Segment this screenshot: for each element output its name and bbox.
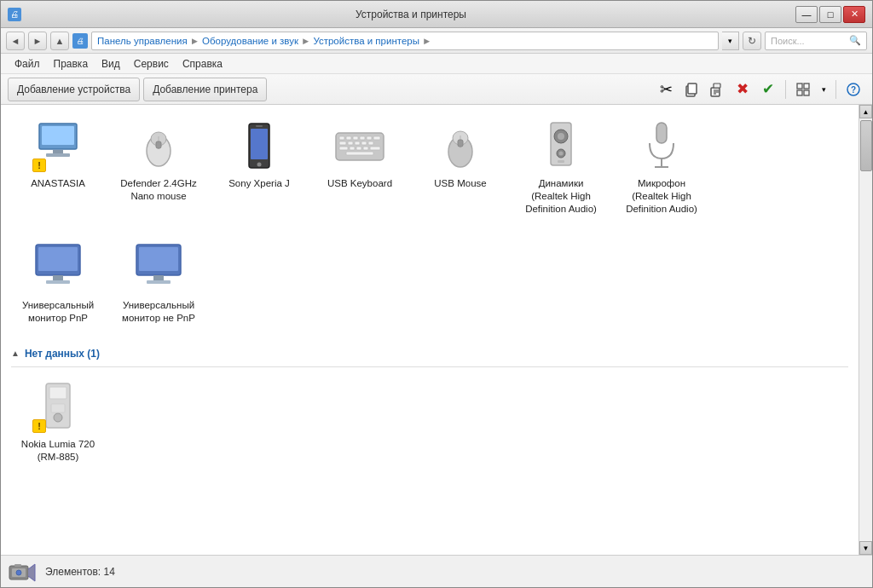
forward-button[interactable]: ► [28,32,47,50]
scroll-down-button[interactable]: ▼ [859,541,872,555]
properties-button[interactable]: ✔ [756,78,780,101]
menu-file[interactable]: Файл [8,55,47,72]
check-icon: ✔ [762,80,774,98]
status-items-count: Элементов: 14 [45,566,115,578]
svg-rect-42 [370,147,380,150]
svg-rect-72 [14,564,21,567]
svg-rect-37 [368,141,373,145]
svg-rect-43 [346,152,373,155]
svg-rect-32 [373,136,380,140]
list-view-icon [795,82,811,97]
view-dropdown[interactable]: ▾ [817,78,830,101]
add-device-label: Добавление устройства [17,84,130,95]
back-button[interactable]: ◄ [6,32,25,50]
refresh-button[interactable]: ↻ [743,32,761,50]
search-box[interactable]: Поиск... 🔍 [765,32,867,50]
svg-rect-8 [804,84,809,89]
svg-point-71 [16,570,21,575]
device-icon-defender [131,119,186,174]
cut-button[interactable]: ✂ [654,78,678,101]
device-label-nokia: Nokia Lumia 720(RM-885) [21,438,95,464]
svg-rect-34 [348,141,353,145]
path-control-panel[interactable]: Панель управления [97,36,188,46]
device-defender[interactable]: Defender 2.4GHzNano mouse [112,113,205,222]
device-icon-speakers [534,119,588,174]
device-label-usb-keyboard: USB Keyboard [327,177,392,190]
device-usb-keyboard[interactable]: USB Keyboard [313,113,407,222]
device-sony[interactable]: Sony Xperia J [212,113,306,222]
path-hardware-sound[interactable]: Оборудование и звук [202,36,298,46]
device-microphone[interactable]: Микрофон(Realtek HighDefinition Audio) [615,113,708,222]
svg-rect-31 [367,136,372,140]
device-icon-monitor-not-pnp [131,241,186,296]
svg-rect-38 [339,147,348,150]
svg-rect-62 [139,247,178,271]
svg-rect-16 [46,153,70,157]
minimize-button[interactable]: — [795,6,818,23]
scroll-up-button[interactable]: ▲ [859,105,872,118]
svg-rect-64 [147,280,171,284]
paste-button[interactable] [705,78,729,101]
svg-rect-7 [797,84,802,89]
device-icon-usb-keyboard [332,119,387,174]
menu-help[interactable]: Справка [176,55,229,72]
device-icon-usb-mouse [433,119,488,174]
menu-edit[interactable]: Правка [47,55,95,72]
add-printer-button[interactable]: Добавление принтера [143,78,267,101]
path-devices-printers[interactable]: Устройства и принтеры [313,36,419,46]
svg-rect-53 [558,160,564,163]
close-button[interactable]: ✕ [843,6,865,23]
device-nokia[interactable]: ! Nokia Lumia 720(RM-885) [11,374,105,470]
view-button[interactable] [791,78,815,101]
svg-rect-39 [350,147,355,150]
title-controls: — □ ✕ [795,6,865,23]
device-monitor-not-pnp[interactable]: Универсальныймонитор не PnP [112,235,205,331]
menu-view[interactable]: Вид [95,55,127,72]
address-path[interactable]: Панель управления ► Оборудование и звук … [91,32,719,50]
svg-rect-29 [353,136,358,140]
scroll-thumb[interactable] [860,120,872,171]
no-data-section: ▲ Нет данных (1) [11,344,848,470]
copy-button[interactable] [679,78,703,101]
device-icon-nokia: ! [31,380,85,435]
svg-rect-10 [804,90,809,95]
address-bar: ◄ ► ▲ 🖨 Панель управления ► Оборудование… [1,28,872,54]
svg-point-52 [559,152,564,156]
location-icon: 🖨 [72,33,88,49]
main-panel: ! ANASTASIA [1,105,859,555]
svg-rect-23 [251,129,268,159]
svg-rect-25 [256,125,263,127]
paste-icon [709,82,725,97]
svg-rect-40 [356,147,361,150]
delete-icon: ✖ [737,80,749,98]
svg-rect-21 [156,141,161,148]
menu-service[interactable]: Сервис [127,55,176,72]
help-button[interactable]: ? [841,78,865,101]
svg-rect-14 [42,126,74,145]
svg-rect-30 [360,136,365,140]
device-icon-sony [232,119,286,174]
svg-text:?: ? [851,85,856,95]
device-label-monitor-pnp: Универсальныймонитор PnP [22,299,94,325]
device-anastasia[interactable]: ! ANASTASIA [11,113,105,222]
path-dropdown[interactable]: ▾ [722,32,739,50]
device-label-speakers: Динамики(Realtek HighDefinition Audio) [525,177,597,216]
svg-rect-27 [339,136,344,140]
svg-rect-1 [688,84,697,94]
status-bar: Элементов: 14 [1,555,872,587]
window-title: Устройства и принтеры [26,9,795,20]
status-printer-icon [8,559,37,585]
device-usb-mouse[interactable]: USB Mouse [413,113,507,222]
svg-rect-35 [355,141,360,145]
device-monitor-pnp[interactable]: Универсальныймонитор PnP [11,235,105,331]
search-placeholder: Поиск... [771,36,805,46]
view-dropdown-icon: ▾ [822,85,826,94]
up-button[interactable]: ▲ [50,32,69,50]
svg-rect-9 [797,90,802,95]
device-icon-microphone [634,119,689,174]
device-speakers[interactable]: Динамики(Realtek HighDefinition Audio) [514,113,608,222]
delete-button[interactable]: ✖ [731,78,754,101]
device-label-usb-mouse: USB Mouse [434,177,486,190]
add-device-button[interactable]: Добавление устройства [8,78,140,101]
maximize-button[interactable]: □ [819,6,841,23]
